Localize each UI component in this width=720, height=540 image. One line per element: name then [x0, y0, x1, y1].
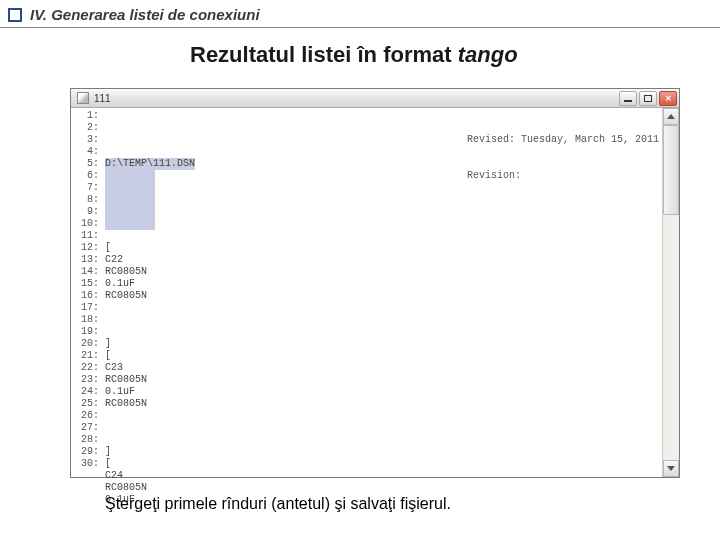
line-number: 8: [71, 194, 101, 206]
selection [105, 218, 155, 230]
code-line: RC0805N [105, 398, 658, 410]
code-line [105, 410, 658, 422]
header-bullet-icon [8, 8, 22, 22]
selection [105, 194, 155, 206]
window-controls: ✕ [619, 91, 677, 106]
code-line: [ [105, 458, 658, 470]
line-number: 12: [71, 242, 101, 254]
revision-block: Revised: Tuesday, March 15, 2011 Revisio… [467, 110, 659, 206]
slide-title-text: Rezultatul listei în format [190, 42, 458, 67]
line-number: 29: [71, 446, 101, 458]
text-content[interactable]: Revised: Tuesday, March 15, 2011 Revisio… [101, 108, 662, 477]
selection [105, 170, 155, 182]
line-number: 18: [71, 314, 101, 326]
code-line [105, 326, 658, 338]
code-line: RC0805N [105, 266, 658, 278]
line-number: 15: [71, 278, 101, 290]
close-button[interactable]: ✕ [659, 91, 677, 106]
line-number: 1: [71, 110, 101, 122]
line-number: 4: [71, 146, 101, 158]
line-number: 10: [71, 218, 101, 230]
selection [105, 182, 155, 194]
line-number: 30: [71, 458, 101, 470]
code-line: 0.1uF [105, 278, 658, 290]
slide-title: Rezultatul listei în format tango [0, 28, 720, 78]
editor-window: 111 ✕ 1:2:3:4:5:6:7:8:9:10:11:12:13:14:1… [70, 88, 680, 478]
header-title: IV. Generarea listei de conexiuni [30, 6, 260, 23]
scrollbar-down-button[interactable] [663, 460, 679, 477]
line-number: 22: [71, 362, 101, 374]
line-number: 28: [71, 434, 101, 446]
code-line [105, 434, 658, 446]
minimize-icon [624, 100, 632, 102]
line-number: 24: [71, 386, 101, 398]
line-number: 19: [71, 326, 101, 338]
chevron-down-icon [667, 466, 675, 471]
selection [105, 206, 155, 218]
editor-body: 1:2:3:4:5:6:7:8:9:10:11:12:13:14:15:16:1… [71, 108, 679, 477]
titlebar[interactable]: 111 ✕ [71, 89, 679, 108]
line-number: 17: [71, 302, 101, 314]
code-line [105, 218, 658, 230]
line-number: 5: [71, 158, 101, 170]
code-line: RC0805N [105, 374, 658, 386]
revised-value: Tuesday, March 15, 2011 [521, 134, 659, 145]
line-number: 14: [71, 266, 101, 278]
scrollbar-track[interactable] [663, 125, 679, 460]
app-icon [77, 92, 89, 104]
code-line: RC0805N [105, 482, 658, 494]
window-title: 111 [94, 93, 619, 104]
line-number: 3: [71, 134, 101, 146]
code-line [105, 422, 658, 434]
line-number: 23: [71, 374, 101, 386]
close-icon: ✕ [665, 94, 672, 103]
code-line: ] [105, 338, 658, 350]
code-line: C22 [105, 254, 658, 266]
code-line [105, 230, 658, 242]
scrollbar-up-button[interactable] [663, 108, 679, 125]
slide-title-em: tango [458, 42, 518, 67]
line-number: 13: [71, 254, 101, 266]
scrollbar-thumb[interactable] [663, 125, 679, 215]
code-line: C24 [105, 470, 658, 482]
line-number: 9: [71, 206, 101, 218]
code-line: RC0805N [105, 290, 658, 302]
minimize-button[interactable] [619, 91, 637, 106]
line-number-gutter: 1:2:3:4:5:6:7:8:9:10:11:12:13:14:15:16:1… [71, 108, 101, 477]
line-number: 16: [71, 290, 101, 302]
slide-footer: Ştergeţi primele rînduri (antetul) şi sa… [105, 495, 451, 513]
line-number: 2: [71, 122, 101, 134]
code-line [105, 314, 658, 326]
line-number: 11: [71, 230, 101, 242]
maximize-icon [644, 95, 652, 102]
code-line: C23 [105, 362, 658, 374]
revised-label: Revised: [467, 134, 515, 145]
line-number: 7: [71, 182, 101, 194]
maximize-button[interactable] [639, 91, 657, 106]
line-number: 25: [71, 398, 101, 410]
chevron-up-icon [667, 114, 675, 119]
code-line: 0.1uF [105, 386, 658, 398]
revision-label: Revision: [467, 170, 521, 181]
vertical-scrollbar[interactable] [662, 108, 679, 477]
selection: D:\TEMP\111.DSN [105, 158, 195, 170]
line-number: 26: [71, 410, 101, 422]
code-line: ] [105, 446, 658, 458]
code-line: [ [105, 350, 658, 362]
line-number: 27: [71, 422, 101, 434]
line-number: 20: [71, 338, 101, 350]
line-number: 6: [71, 170, 101, 182]
code-line: [ [105, 242, 658, 254]
code-line [105, 206, 658, 218]
slide-header: IV. Generarea listei de conexiuni [0, 0, 720, 28]
line-number: 21: [71, 350, 101, 362]
code-line [105, 302, 658, 314]
